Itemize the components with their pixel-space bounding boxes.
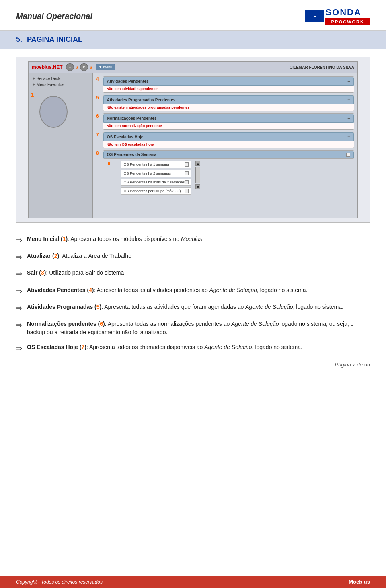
section-title: PAGINA INICIAL (27, 35, 82, 43)
scroll-down[interactable]: ▼ (195, 184, 200, 189)
widget-7-header: OS Escaladas Hoje − (103, 132, 354, 141)
scroll-up[interactable]: ▲ (195, 161, 200, 166)
bullet-text-6: Normalizações pendentes (6): Apresenta t… (27, 320, 370, 337)
bullet-text-2: Atualizar (2): Atualiza a Área de Trabal… (27, 252, 370, 260)
bullet-menu-inicial: ⇒ Menu Inicial (1): Apresenta todos os m… (16, 235, 370, 245)
widget-8-expand (346, 153, 350, 157)
mock-sidebar: + Service Desk + Meus Favoritos 1 (29, 73, 93, 218)
bullet-atividades-pendentes: ⇒ Atividades Pendentes (4): Apresenta to… (16, 286, 370, 296)
sub-widget-2-expand (185, 171, 189, 175)
arrow-icon-1: ⇒ (16, 235, 22, 245)
sub-widget-1: OS Pendentes há 1 semana (121, 161, 191, 168)
sidebar-num1: 1 (31, 92, 90, 128)
arrow-icon-7: ⇒ (16, 343, 22, 354)
topbar-controls: ⌂ 2 ✕ 3 (66, 63, 92, 71)
sonda-logo: SONDA (325, 7, 370, 18)
widget-8-container: OS Pendentes da Semana 9 OS Pendentes há… (103, 150, 354, 195)
badge-2: 2 (76, 64, 78, 70)
bullet-sair: ⇒ Sair (3): Utilizado para Sair do siste… (16, 269, 370, 279)
widget-row-7: 7 OS Escaladas Hoje − Não tem OS escalad… (96, 132, 354, 148)
mock-menu-button[interactable]: ▼ menú (96, 64, 115, 70)
arrow-icon-4: ⇒ (16, 286, 22, 296)
widget-6-body: Não tem normalização pendente (103, 123, 354, 129)
mock-icon-home: ⌂ (69, 66, 71, 69)
badge-8: 8 (96, 150, 99, 156)
mock-content: 4 Atividades Pendentes − Não tem ativida… (93, 73, 357, 218)
bullet-text-5: Atividades Programadas (5): Apresenta to… (27, 303, 370, 311)
widget-4-container: Atividades Pendentes − Não tem atividade… (103, 76, 354, 93)
widget-8: OS Pendentes da Semana (103, 150, 354, 159)
mock-username: CILEMAR FLORENTINO DA SILVA (290, 65, 354, 70)
footer-copyright: Copyright - Todos os direitos reservados (16, 579, 103, 585)
bullet-atividades-programadas: ⇒ Atividades Programadas (5): Apresenta … (16, 303, 370, 313)
widget-6-container: Normalizações Pendentes − Não tem normal… (103, 113, 354, 130)
widget-row-6: 6 Normalizações Pendentes − Não tem norm… (96, 113, 354, 130)
mock-logo: moebius.NET (32, 64, 63, 70)
widget-5-body: Não existem atividades programadas pende… (103, 104, 354, 111)
bullet-text-1: Menu Inicial (1): Apresenta todos os mód… (27, 235, 370, 243)
widget-5-container: Atividades Programadas Pendentes − Não e… (103, 95, 354, 111)
sidebar-item-favoritos: + Meus Favoritos (31, 82, 90, 88)
content-area: ⇒ Menu Inicial (1): Apresenta todos os m… (0, 235, 386, 354)
badge-7: 7 (96, 132, 99, 138)
page-number: Página 7 de 55 (0, 362, 386, 368)
arrow-icon-3: ⇒ (16, 269, 22, 279)
sub-widget-3: OS Pendentes há mais de 2 semanas (121, 179, 191, 186)
mock-body: + Service Desk + Meus Favoritos 1 4 (29, 73, 357, 218)
widget-6-header: Normalizações Pendentes − (103, 114, 354, 123)
widget-7-body: Não tem OS escaladas hoje (103, 141, 354, 148)
widget-6: Normalizações Pendentes − Não tem normal… (103, 113, 354, 130)
section-title-area: 5. PAGINA INICIAL (0, 31, 386, 49)
arrow-icon-2: ⇒ (16, 252, 22, 262)
mock-ui: moebius.NET ⌂ 2 ✕ 3 ▼ menú CILEMAR FLORE… (28, 61, 358, 218)
bullet-atualizar: ⇒ Atualizar (2): Atualiza a Área de Trab… (16, 252, 370, 262)
arrow-icon-6: ⇒ (16, 320, 22, 330)
section-number: 5. (16, 35, 22, 43)
sub-widget-4-expand (185, 189, 189, 193)
scroll-thumb (195, 167, 200, 183)
bullet-text-7: OS Escaladas Hoje (7): Apresenta todos o… (27, 343, 370, 352)
widget-4: Atividades Pendentes − Não tem atividade… (103, 76, 354, 93)
mock-topbar: moebius.NET ⌂ 2 ✕ 3 ▼ menú CILEMAR FLORE… (29, 62, 357, 73)
widget-7: OS Escaladas Hoje − Não tem OS escaladas… (103, 132, 354, 148)
badge-6: 6 (96, 113, 99, 119)
procwork-logo: PROCWORK (328, 19, 368, 25)
mock-icon-exit: ✕ (82, 66, 85, 69)
sidebar-item-service-desk: + Service Desk (31, 76, 90, 82)
sub-widget-1-expand (185, 162, 189, 167)
page-header: Manual Operacional ▲ SONDA PROCWORK (0, 0, 386, 31)
sub-widget-3-expand (185, 180, 189, 184)
widget-8-header: OS Pendentes da Semana (103, 151, 354, 158)
badge-5: 5 (96, 95, 99, 101)
icon-circle-2: ⌂ (66, 63, 74, 71)
sub-widget-4: OS Pendentes por Grupo (máx. 30) (121, 187, 191, 195)
footer-brand: Moebius (349, 579, 370, 585)
badge-3: 3 (90, 64, 92, 70)
widget-row-5: 5 Atividades Programadas Pendentes − Não… (96, 95, 354, 111)
bullet-text-4: Atividades Pendentes (4): Apresenta toda… (27, 286, 370, 294)
icon-circle-3: ✕ (80, 63, 88, 71)
page-footer: Copyright - Todos os direitos reservados… (0, 576, 386, 588)
widget-row-4: 4 Atividades Pendentes − Não tem ativida… (96, 76, 354, 93)
bullet-normalizacoes: ⇒ Normalizações pendentes (6): Apresenta… (16, 320, 370, 337)
scrollbar-area: ▲ ▼ (195, 161, 200, 189)
badge-9: 9 (108, 161, 111, 167)
document-title: Manual Operacional (16, 12, 92, 21)
widget-5-header: Atividades Programadas Pendentes − (103, 95, 354, 104)
bullet-os-escaladas: ⇒ OS Escaladas Hoje (7): Apresenta todos… (16, 343, 370, 354)
widget-4-header: Atividades Pendentes − (103, 77, 354, 86)
widget-5: Atividades Programadas Pendentes − Não e… (103, 95, 354, 111)
badge-4: 4 (96, 76, 99, 82)
widget-4-body: Não tem atividades pendentes (103, 86, 354, 92)
sub-widget-2: OS Pendentes há 2 semanas (121, 170, 191, 177)
arrow-icon-5: ⇒ (16, 303, 22, 313)
subwidgets-row: 9 OS Pendentes há 1 semana OS Pendentes … (103, 161, 354, 195)
sub-widgets: OS Pendentes há 1 semana OS Pendentes há… (114, 161, 191, 195)
widget-row-8: 8 OS Pendentes da Semana 9 (96, 150, 354, 195)
screenshot-area: moebius.NET ⌂ 2 ✕ 3 ▼ menú CILEMAR FLORE… (16, 57, 370, 223)
bullet-text-3: Sair (3): Utilizado para Sair do sistema (27, 269, 370, 277)
widget-7-container: OS Escaladas Hoje − Não tem OS escaladas… (103, 132, 354, 148)
logo-area: ▲ SONDA PROCWORK (305, 7, 370, 25)
